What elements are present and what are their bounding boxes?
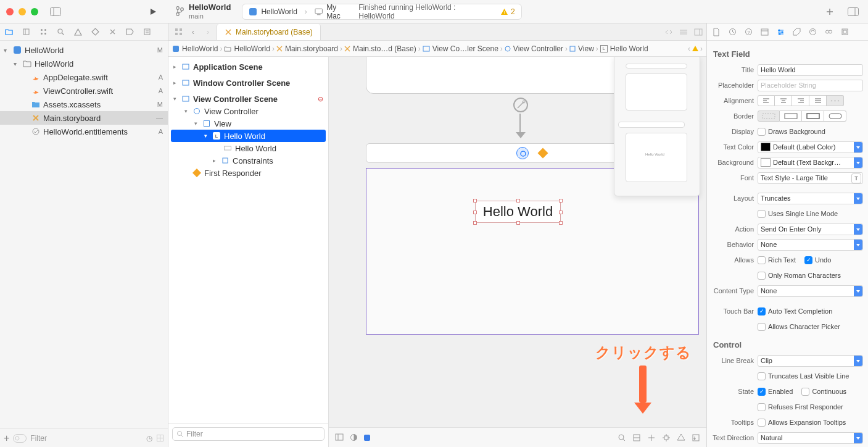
- expansion-tooltips-checkbox[interactable]: [758, 419, 766, 427]
- delete-scene-icon[interactable]: ⊖: [318, 95, 323, 103]
- adjust-editor-icon[interactable]: [679, 28, 688, 36]
- connections-inspector-icon[interactable]: [807, 27, 818, 38]
- outline-scene[interactable]: ▸ Application Scene: [168, 61, 328, 73]
- symbol-navigator-icon[interactable]: [38, 27, 48, 37]
- tree-file[interactable]: HelloWorld.entitlements A: [0, 125, 168, 138]
- outline-textfield-selected[interactable]: ▾ L Hello World: [171, 130, 326, 142]
- behavior-select[interactable]: None: [758, 239, 863, 251]
- border-rounded-icon[interactable]: [824, 111, 846, 122]
- tree-group[interactable]: ▾ HelloWorld: [0, 57, 168, 70]
- font-select[interactable]: Text Style - Large TitleT: [758, 172, 863, 184]
- storyboard-canvas[interactable]: Hello World クリックする: [329, 57, 706, 447]
- layout-select[interactable]: Truncates: [758, 193, 863, 204]
- content-type-select[interactable]: None: [758, 285, 863, 297]
- code-review-icon[interactable]: [664, 28, 673, 36]
- minimize-window-button[interactable]: [19, 8, 26, 15]
- border-none-icon[interactable]: [758, 111, 780, 122]
- font-picker-icon[interactable]: T: [851, 173, 861, 183]
- line-break-select[interactable]: Clip: [758, 355, 863, 367]
- refuses-checkbox[interactable]: [758, 403, 766, 411]
- add-editor-button[interactable]: [821, 5, 838, 19]
- text-color-select[interactable]: Default (Label Color): [758, 141, 863, 153]
- background-color-select[interactable]: Default (Text Backgr…: [758, 157, 863, 169]
- issue-navigator-icon[interactable]: [73, 27, 83, 37]
- effects-inspector-icon[interactable]: [839, 27, 850, 38]
- border-segmented-control[interactable]: [758, 111, 846, 122]
- toggle-inspector-icon[interactable]: [845, 5, 862, 19]
- library-icon[interactable]: [692, 433, 700, 442]
- recent-icon[interactable]: ◷: [146, 434, 152, 443]
- title-input[interactable]: Hello World: [758, 64, 863, 76]
- file-inspector-icon[interactable]: [711, 27, 722, 38]
- status-warnings[interactable]: ! 2: [500, 7, 515, 16]
- project-navigator-icon[interactable]: [4, 27, 14, 37]
- enabled-checkbox[interactable]: ✓: [758, 388, 766, 396]
- jump-seg[interactable]: LHello World: [600, 44, 648, 53]
- find-navigator-icon[interactable]: [56, 27, 65, 37]
- tree-root[interactable]: ▾ HelloWorld M: [0, 43, 168, 57]
- debug-navigator-icon[interactable]: [107, 27, 117, 37]
- align-center-icon[interactable]: [775, 95, 792, 106]
- tree-file[interactable]: Assets.xcassets M: [0, 98, 168, 111]
- jump-seg[interactable]: View Controller: [505, 44, 563, 53]
- vc-indicator-icon[interactable]: [516, 147, 529, 159]
- add-file-icon[interactable]: +: [4, 433, 9, 444]
- outline-vc[interactable]: ▾ View Controller: [168, 105, 328, 117]
- outline-view[interactable]: ▾ View: [168, 117, 328, 130]
- scm-filter-icon[interactable]: [156, 434, 164, 442]
- outline-constraints[interactable]: ▸ Constraints: [168, 154, 328, 167]
- align-icon[interactable]: [647, 433, 656, 442]
- jump-bar[interactable]: HelloWorld› HelloWorld› Main.storyboard›…: [168, 41, 706, 57]
- outline-filter-input[interactable]: Filter: [172, 427, 324, 441]
- add-assistant-icon[interactable]: [694, 28, 703, 36]
- jump-seg[interactable]: View: [569, 44, 594, 53]
- identity-inspector-icon[interactable]: [759, 27, 770, 38]
- jump-forward-icon[interactable]: ›: [700, 44, 703, 53]
- continuous-checkbox[interactable]: [801, 388, 809, 396]
- help-inspector-icon[interactable]: ?: [743, 27, 754, 38]
- filter-scope-icon[interactable]: [13, 434, 27, 443]
- warning-icon[interactable]: [692, 45, 699, 52]
- resolve-constraints-icon[interactable]: [677, 433, 685, 442]
- back-button[interactable]: ‹: [187, 26, 199, 38]
- align-justify-icon[interactable]: [809, 95, 827, 106]
- alignment-segmented-control[interactable]: - - -: [758, 95, 844, 106]
- outline-first-responder[interactable]: First Responder: [168, 167, 328, 179]
- run-button[interactable]: [144, 5, 162, 19]
- jump-seg[interactable]: View Co…ler Scene: [423, 44, 498, 53]
- editor-tab-active[interactable]: Main.storyboard (Base): [217, 24, 321, 40]
- breakpoint-navigator-icon[interactable]: [125, 27, 134, 37]
- zoom-fit-icon[interactable]: [618, 433, 626, 442]
- report-navigator-icon[interactable]: [142, 27, 152, 37]
- draws-background-checkbox[interactable]: [758, 128, 766, 136]
- close-window-button[interactable]: [6, 8, 14, 15]
- border-line-icon[interactable]: [780, 111, 802, 122]
- related-items-icon[interactable]: [172, 26, 184, 38]
- align-natural-icon[interactable]: - - -: [827, 95, 844, 106]
- first-responder-icon[interactable]: [537, 148, 548, 159]
- canvas-minimap[interactable]: Hello World: [614, 57, 700, 196]
- tree-file-selected[interactable]: Main.storyboard —: [0, 111, 168, 125]
- size-inspector-icon[interactable]: [791, 27, 802, 38]
- tree-file[interactable]: AppDelegate.swift A: [0, 70, 168, 84]
- selected-textfield[interactable]: Hello World: [475, 201, 561, 223]
- align-right-icon[interactable]: [792, 95, 809, 106]
- align-left-icon[interactable]: [758, 95, 775, 106]
- undo-checkbox[interactable]: ✓: [804, 256, 812, 264]
- jump-seg[interactable]: Main.storyboard: [276, 44, 338, 53]
- maximize-window-button[interactable]: [31, 8, 38, 15]
- navigator-filter-input[interactable]: Filter: [30, 434, 143, 443]
- toggle-outline-icon[interactable]: [335, 433, 344, 441]
- jump-seg[interactable]: HelloWorld: [172, 44, 218, 53]
- roman-checkbox[interactable]: [758, 272, 766, 280]
- auto-complete-checkbox[interactable]: ✓: [758, 307, 766, 315]
- appearance-icon[interactable]: [350, 433, 358, 441]
- jump-seg[interactable]: HelloWorld: [224, 44, 270, 53]
- zoom-indicator[interactable]: [364, 435, 370, 441]
- forward-button[interactable]: ›: [202, 26, 214, 38]
- jump-seg[interactable]: Main.sto…d (Base): [344, 44, 416, 53]
- tree-file[interactable]: ViewController.swift A: [0, 84, 168, 98]
- outline-cell[interactable]: Hello World: [168, 142, 328, 154]
- activity-status-bar[interactable]: HelloWorld › My Mac Finished running Hel…: [242, 4, 521, 20]
- toggle-navigator-icon[interactable]: [47, 5, 64, 19]
